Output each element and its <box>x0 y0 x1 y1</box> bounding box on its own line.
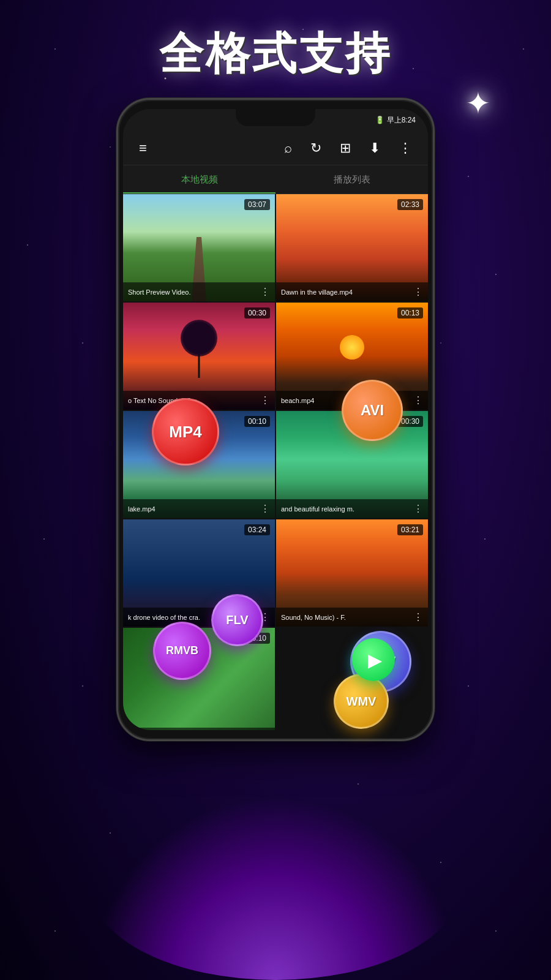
tab-local-video[interactable]: 本地视频 <box>123 165 276 194</box>
video-more-button[interactable]: ⋮ <box>413 286 423 298</box>
refresh-button[interactable]: ↻ <box>307 137 325 160</box>
status-time: 早上8:24 <box>387 115 416 126</box>
video-item[interactable]: 03:07 Short Preview Video. ⋮ <box>123 194 275 301</box>
video-info: and beautiful relaxing m. ⋮ <box>276 499 428 518</box>
bubble-mp4: MP4 <box>152 398 219 466</box>
page-title: 全格式支持 <box>0 24 551 83</box>
video-more-button[interactable]: ⋮ <box>260 286 270 298</box>
video-duration: 00:13 <box>397 307 423 318</box>
fab-play-button[interactable]: ▶ <box>352 638 395 681</box>
video-duration: 00:30 <box>244 307 270 318</box>
bubble-flv: FLV <box>211 594 263 646</box>
video-duration: 03:21 <box>397 524 423 535</box>
download-button[interactable]: ⬇ <box>365 137 384 160</box>
video-info: Short Preview Video. ⋮ <box>123 282 275 301</box>
battery-icon: 🔋 <box>375 116 384 124</box>
video-more-button[interactable]: ⋮ <box>260 503 270 514</box>
menu-button[interactable]: ≡ <box>135 137 151 160</box>
video-more-button[interactable]: ⋮ <box>260 394 270 406</box>
phone-notch <box>236 109 315 126</box>
phone-wrapper: MP4 AVI FLV RMVB MKV WMV ▶ 🔋 早上8:24 <box>116 98 435 741</box>
video-more-button[interactable]: ⋮ <box>413 611 423 623</box>
video-duration: 03:07 <box>244 199 270 210</box>
search-button[interactable]: ⌕ <box>280 137 296 160</box>
star-burst-decoration <box>465 86 514 135</box>
video-title: Dawn in the village.mp4 <box>281 288 411 296</box>
video-duration: 02:33 <box>397 199 423 210</box>
video-more-button[interactable]: ⋮ <box>413 394 423 406</box>
video-title: Sound, No Music) - F. <box>281 614 411 621</box>
bubble-rmvb: RMVB <box>153 622 211 680</box>
toolbar-right-icons: ⌕ ↻ ⊞ ⬇ ⋮ <box>280 137 416 160</box>
video-title: Short Preview Video. <box>128 288 258 296</box>
video-more-button[interactable]: ⋮ <box>413 503 423 514</box>
tab-playlist[interactable]: 播放列表 <box>276 165 428 194</box>
video-item[interactable]: 02:33 Dawn in the village.mp4 ⋮ <box>276 194 428 301</box>
toolbar: ≡ ⌕ ↻ ⊞ ⬇ ⋮ <box>123 131 428 165</box>
status-icons: 🔋 早上8:24 <box>375 115 416 126</box>
video-title: lake.mp4 <box>128 505 258 513</box>
bubble-wmv: WMV <box>334 674 389 729</box>
grid-button[interactable]: ⊞ <box>336 137 354 160</box>
tabs-bar: 本地视频 播放列表 <box>123 165 428 194</box>
video-info: Sound, No Music) - F. ⋮ <box>276 608 428 627</box>
video-item[interactable]: 00:30 o Text No Sound @On. ⋮ <box>123 303 275 410</box>
more-button[interactable]: ⋮ <box>395 137 416 160</box>
video-duration: 03:24 <box>244 524 270 535</box>
planet-glow-decoration <box>92 796 459 980</box>
video-item[interactable]: 03:21 Sound, No Music) - F. ⋮ <box>276 519 428 627</box>
bubble-avi: AVI <box>342 380 403 441</box>
video-duration: 00:10 <box>244 416 270 427</box>
play-icon: ▶ <box>368 649 382 671</box>
video-info <box>123 728 275 730</box>
video-title: and beautiful relaxing m. <box>281 505 411 513</box>
video-info: Dawn in the village.mp4 ⋮ <box>276 282 428 301</box>
video-info: lake.mp4 ⋮ <box>123 499 275 518</box>
